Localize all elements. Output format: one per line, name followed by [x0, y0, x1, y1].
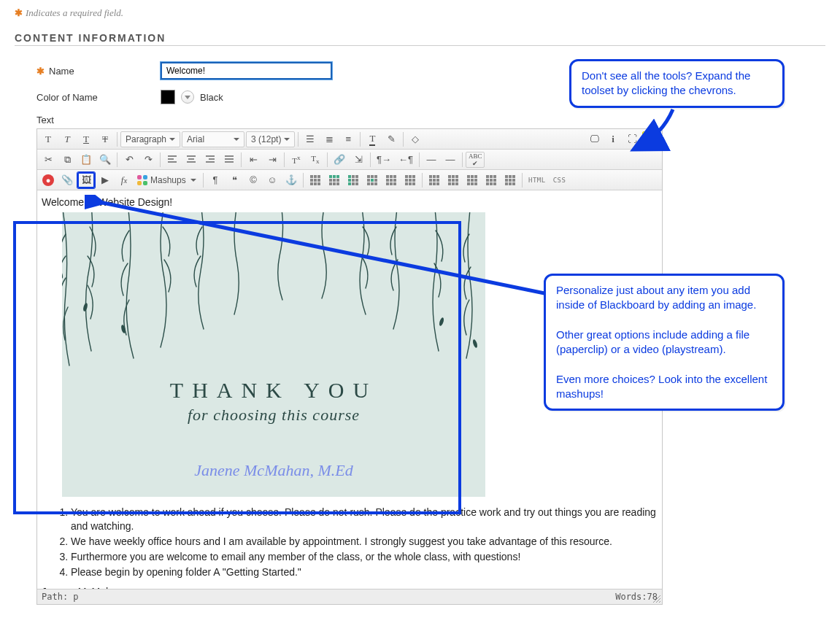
- info-button[interactable]: i: [604, 131, 622, 147]
- superscript-button[interactable]: Tx: [288, 152, 305, 168]
- editor-author: Janene McMahan: [42, 586, 658, 589]
- callout-personalize: Personalize just about any item you add …: [544, 274, 785, 411]
- align-right-button[interactable]: [201, 152, 219, 168]
- strike-button[interactable]: T: [96, 131, 114, 147]
- table-merge-button[interactable]: [463, 172, 481, 188]
- paste-button[interactable]: 📋: [77, 152, 95, 168]
- insert-table-button[interactable]: [307, 172, 324, 188]
- clear-format-button[interactable]: ◇: [406, 131, 424, 147]
- editor-welcome-line: Welcome to Website Design!: [42, 196, 658, 208]
- thankyou-image: THANK YOU for choosing this course Janen…: [62, 212, 485, 497]
- outdent-button[interactable]: ⇤: [244, 152, 262, 168]
- mashups-button[interactable]: Mashups: [134, 172, 200, 188]
- svg-point-3: [439, 317, 444, 327]
- hr-button[interactable]: —: [423, 152, 440, 168]
- undo-button[interactable]: ↶: [120, 152, 138, 168]
- color-swatch[interactable]: [161, 90, 175, 104]
- editor-status-bar: Path: p Words:78: [37, 589, 662, 604]
- list-item: Please begin by opening folder A "Gettin…: [71, 565, 658, 579]
- spellcheck-button[interactable]: ABC✔: [466, 152, 485, 168]
- svg-point-1: [82, 303, 88, 312]
- unlink-button[interactable]: ⇲: [350, 152, 367, 168]
- card-subtitle: for choosing this course: [62, 406, 485, 425]
- line-height-button[interactable]: ≡: [339, 131, 357, 147]
- bullet-list-button[interactable]: ☰: [301, 131, 319, 147]
- highlight-button[interactable]: ✎: [382, 131, 400, 147]
- math-fx-button[interactable]: fx: [115, 172, 133, 188]
- rtl-button[interactable]: ←¶: [396, 152, 416, 168]
- underline-button[interactable]: T: [77, 131, 95, 147]
- size-select[interactable]: 3 (12pt): [246, 131, 295, 147]
- table-delete-button[interactable]: [501, 172, 519, 188]
- fullscreen-button[interactable]: ⛶: [623, 131, 641, 147]
- anchor-button[interactable]: ⚓: [282, 172, 300, 188]
- table-split-button[interactable]: [482, 172, 500, 188]
- nbsp-button[interactable]: ―: [442, 152, 459, 168]
- list-item: You are welcome to work ahead if you cho…: [71, 506, 658, 533]
- show-blocks-button[interactable]: ¶: [207, 172, 224, 188]
- color-label: Color of Name: [36, 92, 161, 103]
- svg-point-4: [472, 339, 478, 349]
- table-cell-button[interactable]: [363, 172, 381, 188]
- insert-media-button[interactable]: ▶: [96, 172, 114, 188]
- css-button[interactable]: CSS: [550, 172, 569, 188]
- name-input[interactable]: [161, 62, 332, 80]
- subscript-button[interactable]: Tx: [307, 152, 324, 168]
- html-button[interactable]: HTML: [525, 172, 549, 188]
- section-header: CONTENT INFORMATION: [15, 32, 825, 46]
- toolbar-row-2: ✂ ⧉ 📋 🔍 ↶ ↷ ⇤ ⇥ Tx Tx 🔗 ⇲ ¶→ ←¶ —: [37, 150, 662, 170]
- card-signature: Janene McMahan, M.Ed: [62, 461, 485, 480]
- insert-image-button[interactable]: 🖼: [77, 172, 95, 188]
- bold-button[interactable]: T: [39, 131, 57, 147]
- table-insert-col-right[interactable]: [444, 172, 462, 188]
- toolbar-row-1: T T T T Paragraph Arial 3 (12pt) ☰ ≣ ≡ T…: [37, 129, 662, 150]
- required-note: ✱Indicates a required field.: [15, 7, 825, 19]
- font-select[interactable]: Arial: [182, 131, 244, 147]
- card-thankyou: THANK YOU: [62, 378, 485, 403]
- italic-button[interactable]: T: [58, 131, 76, 147]
- copy-button[interactable]: ⧉: [58, 152, 76, 168]
- align-justify-button[interactable]: [220, 152, 238, 168]
- attach-file-button[interactable]: 📎: [58, 172, 76, 188]
- table-col-button[interactable]: [344, 172, 362, 188]
- cut-button[interactable]: ✂: [39, 152, 57, 168]
- blockquote-button[interactable]: ❝: [226, 172, 243, 188]
- table-insert-row-above[interactable]: [382, 172, 400, 188]
- expand-toolbar-chevron[interactable]: [642, 131, 660, 147]
- table-insert-row-below[interactable]: [401, 172, 419, 188]
- color-name: Black: [200, 92, 223, 103]
- name-label: ✱Name: [36, 66, 161, 77]
- emoji-button[interactable]: ☺: [263, 172, 281, 188]
- align-left-button[interactable]: [163, 152, 181, 168]
- indent-button[interactable]: ⇥: [263, 152, 281, 168]
- text-color-button[interactable]: T: [363, 131, 381, 147]
- text-label: Text: [36, 115, 825, 125]
- list-item: Furthermore you are welcome to email any…: [71, 550, 658, 564]
- callout-expand-tools: Don't see all the tools? Expand the tool…: [569, 59, 785, 108]
- paragraph-select[interactable]: Paragraph: [120, 131, 180, 147]
- editor-ordered-list: You are welcome to work ahead if you cho…: [42, 506, 658, 579]
- table-insert-col-left[interactable]: [425, 172, 443, 188]
- color-dropdown[interactable]: [181, 90, 194, 104]
- redo-button[interactable]: ↷: [139, 152, 157, 168]
- align-center-button[interactable]: [182, 152, 200, 168]
- svg-point-0: [62, 270, 63, 279]
- preview-button[interactable]: 🖵: [585, 131, 603, 147]
- record-button[interactable]: ●: [39, 172, 57, 188]
- list-item: We have weekly office hours and I am ava…: [71, 535, 658, 549]
- link-button[interactable]: 🔗: [331, 152, 348, 168]
- ltr-button[interactable]: ¶→: [374, 152, 394, 168]
- copyright-button[interactable]: ©: [244, 172, 262, 188]
- table-row-button[interactable]: [325, 172, 343, 188]
- toolbar-row-3: ● 📎 🖼 ▶ fx Mashups ¶ ❝ © ☺ ⚓: [37, 170, 662, 190]
- number-list-button[interactable]: ≣: [320, 131, 338, 147]
- find-button[interactable]: 🔍: [96, 152, 114, 168]
